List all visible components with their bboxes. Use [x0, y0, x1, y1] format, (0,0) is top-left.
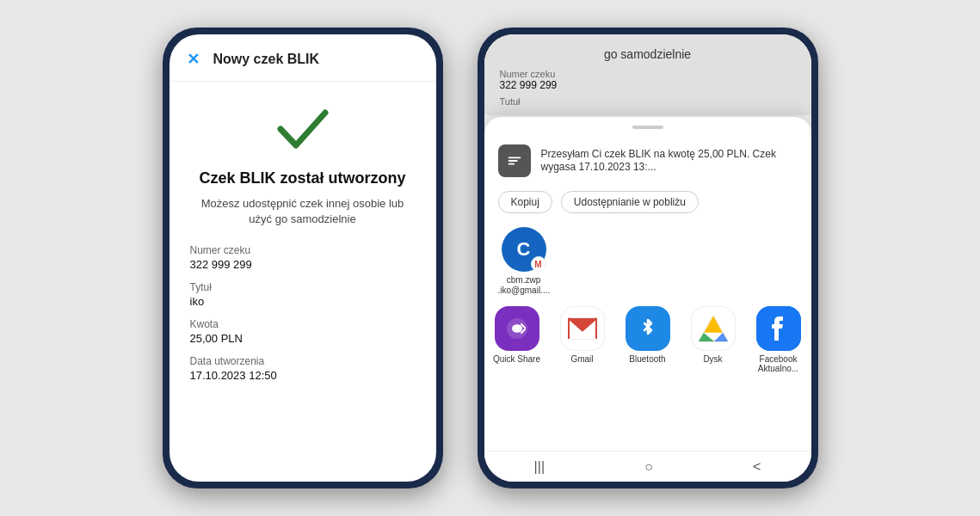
field-data: Data utworzenia 17.10.2023 12:50 — [190, 355, 416, 382]
contact-item[interactable]: C M cbm.zwp.iko@gmail.... — [498, 227, 550, 296]
contact-name: cbm.zwp.iko@gmail.... — [498, 275, 550, 296]
phone-2: go samodzielnie Numer czeku 322 999 299 … — [478, 28, 818, 488]
phone2-nav: ||| ○ < — [484, 451, 811, 482]
share-apps: Quick Share — [484, 303, 811, 377]
svg-rect-3 — [508, 163, 514, 165]
app-quick-share[interactable]: Quick Share — [490, 306, 545, 373]
phone1-header: ✕ Nowy czek BLIK — [169, 34, 436, 82]
field-label: Numer czeku — [190, 244, 416, 256]
close-button[interactable]: ✕ — [187, 50, 200, 69]
svg-marker-14 — [704, 316, 723, 333]
field-value: 17.10.2023 12:50 — [190, 369, 416, 382]
app-name-gmail: Gmail — [570, 354, 593, 364]
svg-rect-1 — [508, 157, 521, 159]
nav-back-icon[interactable]: < — [753, 459, 761, 475]
field-value: 25,00 PLN — [190, 332, 416, 345]
dysk-icon — [691, 306, 736, 351]
share-preview: Przesyłam Ci czek BLIK na kwotę 25,00 PL… — [484, 138, 811, 184]
gmail-badge: M — [531, 256, 546, 272]
nav-recent-icon[interactable]: ||| — [534, 459, 545, 475]
share-sheet: Przesyłam Ci czek BLIK na kwotę 25,00 PL… — [484, 117, 811, 451]
app-name-quick-share: Quick Share — [493, 354, 540, 364]
app-name-bluetooth: Bluetooth — [629, 354, 665, 364]
phone1-title: Nowy czek BLIK — [213, 52, 320, 67]
field-label: Kwota — [190, 318, 416, 330]
field-value: iko — [190, 295, 416, 308]
share-preview-text: Przesyłam Ci czek BLIK na kwotę 25,00 PL… — [541, 148, 798, 175]
nav-home-icon[interactable]: ○ — [644, 459, 653, 475]
nearby-share-button[interactable]: Udostępnianie w pobliżu — [561, 191, 699, 213]
share-contacts: C M cbm.zwp.iko@gmail.... — [484, 220, 811, 303]
phone2-numer-czeku: Numer czeku 322 999 299 — [500, 69, 796, 91]
app-name-dysk: Dysk — [703, 354, 722, 364]
phone2-tytul-label: Tutuł — [500, 96, 796, 107]
share-buttons-row: Kopiuj Udostępnianie w pobliżu — [484, 184, 811, 220]
field-tytul: Tytuł iko — [190, 281, 416, 308]
field-value: 322 999 299 — [190, 258, 416, 271]
svg-rect-2 — [508, 160, 517, 162]
field-value: 322 999 299 — [500, 79, 796, 91]
contact-avatar: C M — [502, 227, 546, 272]
field-label: Numer czeku — [500, 69, 796, 79]
facebook-icon — [756, 306, 801, 351]
phone1-body: Czek BLIK został utworzony Możesz udostę… — [169, 82, 436, 482]
svg-point-5 — [514, 325, 521, 332]
app-dysk[interactable]: Dysk — [686, 306, 741, 373]
phone-1: ✕ Nowy czek BLIK Czek BLIK został utworz… — [163, 28, 443, 488]
phone1-main-title: Czek BLIK został utworzony — [199, 169, 405, 187]
checkmark-icon — [277, 108, 329, 154]
quick-share-icon — [495, 306, 539, 351]
share-preview-icon — [498, 144, 531, 177]
app-name-facebook: FacebookAktualno... — [758, 354, 798, 373]
bluetooth-icon — [626, 306, 670, 351]
phone1-subtitle: Możesz udostępnić czek innej osobie lub … — [190, 196, 416, 227]
phone2-top-area: go samodzielnie Numer czeku 322 999 299 … — [484, 34, 811, 115]
field-label: Data utworzenia — [190, 355, 416, 367]
gmail-icon — [560, 306, 605, 351]
app-bluetooth[interactable]: Bluetooth — [620, 306, 675, 373]
field-numer-czeku: Numer czeku 322 999 299 — [190, 244, 416, 271]
phone2-top-title: go samodzielnie — [500, 46, 796, 62]
field-label: Tytuł — [190, 281, 416, 293]
sheet-handle — [632, 126, 663, 129]
app-gmail[interactable]: Gmail — [555, 306, 610, 373]
field-kwota: Kwota 25,00 PLN — [190, 318, 416, 345]
contact-initial: C — [517, 238, 531, 261]
app-facebook[interactable]: FacebookAktualno... — [751, 306, 806, 373]
copy-button[interactable]: Kopiuj — [498, 191, 552, 213]
